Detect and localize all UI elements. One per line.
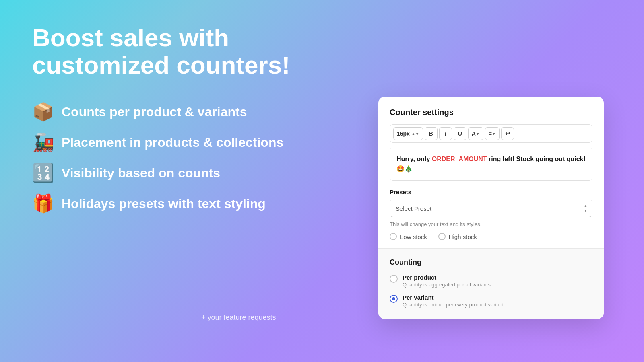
- font-size-value: 16px: [397, 130, 410, 137]
- per-product-radio[interactable]: [390, 275, 398, 283]
- counter-settings-panel: Counter settings 16px ▲▼ B I U A ▼ ≡ ▼ ↩…: [378, 97, 604, 319]
- preview-middle: ring left: [487, 156, 512, 162]
- left-section: Boost sales with customized counters! 📦 …: [32, 24, 314, 212]
- low-stock-radio[interactable]: [390, 233, 397, 240]
- feature-item: 🎁 Holidays presets with text styling: [32, 195, 314, 212]
- presets-label: Presets: [390, 189, 592, 195]
- feature-emoji: 🎁: [32, 195, 54, 212]
- per-product-desc: Quantity is aggregated per all variants.: [402, 282, 492, 288]
- counting-title: Counting: [390, 258, 592, 267]
- feature-text: Placement in products & collections: [62, 135, 283, 150]
- high-stock-radio[interactable]: [438, 233, 446, 240]
- per-variant-radio[interactable]: [390, 295, 398, 303]
- undo-button[interactable]: ↩: [501, 127, 514, 140]
- feature-text: Holidays presets with text styling: [62, 196, 266, 211]
- high-stock-label: High stock: [449, 233, 477, 240]
- per-variant-label: Per variant: [402, 294, 504, 301]
- low-stock-option[interactable]: Low stock: [390, 233, 427, 240]
- per-variant-desc: Quantity is unique per every product var…: [402, 302, 504, 308]
- feature-text: Counts per product & variants: [62, 105, 247, 119]
- bold-button[interactable]: B: [425, 127, 438, 140]
- feature-item: 📦 Counts per product & variants: [32, 103, 314, 121]
- feature-requests-text: + your feature requests: [201, 313, 276, 322]
- stock-radio-group: Low stock High stock: [390, 233, 592, 240]
- feature-emoji: 🔢: [32, 164, 54, 182]
- features-list: 📦 Counts per product & variants 🚂 Placem…: [32, 103, 314, 212]
- preset-select-wrapper[interactable]: Select Preset Low stock High stock ▲ ▼: [390, 200, 592, 217]
- panel-title: Counter settings: [390, 108, 592, 117]
- italic-button[interactable]: I: [439, 127, 452, 140]
- font-size-chevron: ▲▼: [411, 132, 419, 136]
- counting-options: Per product Quantity is aggregated per a…: [390, 274, 592, 308]
- counting-section: Counting Per product Quantity is aggrega…: [378, 249, 604, 319]
- low-stock-label: Low stock: [400, 233, 427, 240]
- feature-text: Visibility based on counts: [62, 166, 220, 181]
- feature-item: 🚂 Placement in products & collections: [32, 134, 314, 151]
- underline-button[interactable]: U: [454, 127, 466, 140]
- per-product-option[interactable]: Per product Quantity is aggregated per a…: [390, 274, 592, 288]
- text-preview: Hurry, only ORDER_AMOUNT ring left! Stoc…: [390, 148, 592, 181]
- high-stock-option[interactable]: High stock: [438, 233, 477, 240]
- headline: Boost sales with customized counters!: [32, 24, 314, 79]
- per-variant-option[interactable]: Per variant Quantity is unique per every…: [390, 294, 592, 308]
- feature-emoji: 🚂: [32, 134, 54, 151]
- align-button[interactable]: ≡ ▼: [485, 127, 500, 140]
- preview-plain: Hurry, only: [396, 156, 432, 162]
- feature-item: 🔢 Visibility based on counts: [32, 164, 314, 182]
- font-color-chevron: ▼: [476, 132, 480, 136]
- text-toolbar: 16px ▲▼ B I U A ▼ ≡ ▼ ↩: [390, 124, 592, 143]
- font-size-button[interactable]: 16px ▲▼: [393, 127, 423, 140]
- preset-select[interactable]: Select Preset Low stock High stock: [390, 200, 592, 217]
- align-chevron: ▼: [492, 132, 496, 136]
- preset-hint: This will change your text and its style…: [390, 221, 592, 227]
- feature-emoji: 📦: [32, 103, 54, 121]
- font-color-button[interactable]: A ▼: [468, 127, 483, 140]
- per-product-label: Per product: [402, 274, 492, 281]
- preview-highlight: ORDER_AMOUNT: [432, 156, 487, 162]
